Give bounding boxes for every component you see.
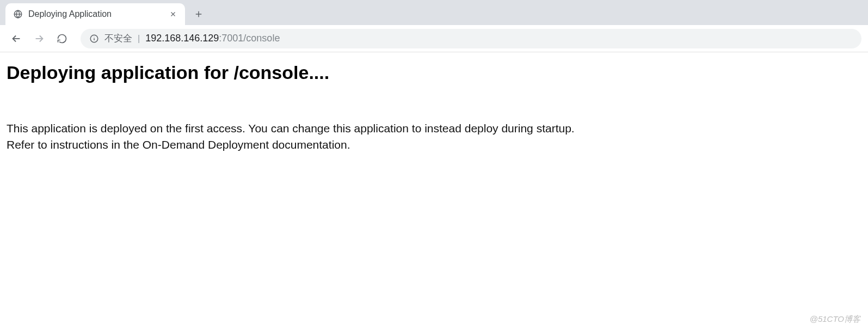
body-line-1: This application is deployed on the firs… (7, 122, 575, 135)
url-text[interactable]: 192.168.146.129:7001/console (145, 33, 853, 44)
address-bar[interactable]: 不安全 | 192.168.146.129:7001/console (81, 29, 861, 48)
new-tab-button[interactable] (190, 6, 207, 22)
browser-tab[interactable]: Deploying Application (5, 3, 185, 25)
page-content: Deploying application for /console.... T… (0, 52, 868, 163)
watermark: @51CTO博客 (810, 314, 860, 325)
url-path: /console (243, 33, 280, 44)
separator: | (138, 34, 140, 44)
page-heading: Deploying application for /console.... (7, 62, 861, 83)
back-button[interactable] (7, 29, 26, 48)
url-port: :7001 (219, 33, 243, 44)
globe-icon (13, 9, 23, 19)
reload-button[interactable] (52, 29, 72, 48)
url-host: 192.168.146.129 (145, 33, 219, 44)
tab-strip: Deploying Application (0, 0, 868, 25)
body-line-2: Refer to instructions in the On-Demand D… (7, 138, 350, 151)
close-tab-button[interactable] (169, 10, 177, 19)
svg-point-3 (94, 36, 94, 37)
info-icon (89, 34, 99, 44)
tab-title: Deploying Application (28, 9, 163, 19)
toolbar: 不安全 | 192.168.146.129:7001/console (0, 25, 868, 52)
security-status: 不安全 (104, 32, 132, 45)
forward-button[interactable] (29, 29, 49, 48)
